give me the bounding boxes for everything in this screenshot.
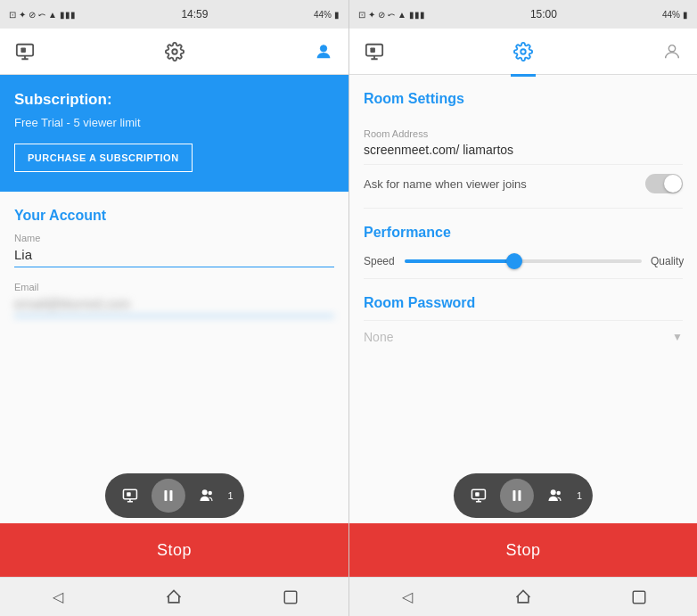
bluetooth-icon: ✦	[19, 10, 26, 20]
left-stop-button[interactable]: Stop	[0, 523, 348, 577]
left-viewers-float-btn[interactable]	[192, 481, 220, 510]
svg-point-8	[201, 489, 207, 495]
dropdown-arrow-icon: ▼	[672, 331, 683, 343]
right-signal-icon: ▮▮▮	[409, 10, 425, 20]
left-recent-button[interactable]	[273, 584, 308, 611]
left-content: Subscription: Free Trial - 5 viewer limi…	[0, 75, 348, 523]
email-field-group: Email email@blurred.com	[0, 282, 348, 331]
left-battery-icon: ▮	[334, 10, 340, 20]
right-home-button[interactable]	[505, 584, 541, 611]
email-value[interactable]: email@blurred.com	[14, 296, 334, 316]
svg-rect-21	[633, 591, 645, 604]
left-toolbar	[0, 29, 348, 75]
performance-section: Speed Quality	[349, 250, 697, 278]
room-password-section: None ▼	[349, 320, 697, 364]
left-status-bar: ⊡ ✦ ⊘ ⤺ ▲ ▮▮▮ 14:59 44% ▮	[0, 0, 348, 29]
purchase-subscription-button[interactable]: PURCHASE A SUBSCRIPTION	[14, 144, 193, 172]
right-settings-icon[interactable]	[511, 39, 536, 64]
svg-rect-1	[20, 47, 26, 53]
email-label: Email	[14, 282, 334, 292]
left-profile-icon[interactable]	[311, 39, 336, 64]
left-time: 14:59	[181, 8, 208, 21]
svg-rect-10	[284, 591, 297, 604]
right-stop-button[interactable]: Stop	[349, 523, 697, 577]
right-back-button[interactable]: ◁	[390, 584, 425, 611]
password-value: None	[364, 330, 393, 344]
svg-point-3	[320, 45, 326, 51]
right-battery-pct: 44%	[662, 10, 680, 20]
right-float-toolbar: 1	[454, 473, 593, 518]
svg-point-19	[551, 489, 556, 495]
left-battery: 44% ▮	[314, 10, 340, 20]
name-field-group: Name Lia	[0, 233, 348, 282]
left-phone-panel: ⊡ ✦ ⊘ ⤺ ▲ ▮▮▮ 14:59 44% ▮	[0, 0, 348, 616]
right-app-logo[interactable]	[362, 39, 387, 64]
right-status-bar: ⊡ ✦ ⊘ ⤺ ▲ ▮▮▮ 15:00 44% ▮	[349, 0, 697, 29]
left-screenshare-float-btn[interactable]	[115, 481, 144, 510]
subscription-subtitle: Free Trial - 5 viewer limit	[14, 116, 334, 129]
svg-rect-16	[475, 492, 480, 497]
right-nav-bar: ◁	[349, 577, 697, 616]
ask-name-label: Ask for name when viewer joins	[364, 177, 527, 191]
svg-point-9	[208, 491, 212, 496]
right-viewers-float-btn[interactable]	[541, 481, 570, 510]
right-phone-panel: ⊡ ✦ ⊘ ⤺ ▲ ▮▮▮ 15:00 44% ▮	[348, 0, 697, 616]
svg-rect-7	[169, 490, 172, 501]
svg-rect-12	[370, 47, 375, 53]
left-settings-icon[interactable]	[162, 39, 187, 64]
right-battery-icon: ▮	[683, 10, 688, 20]
quality-label: Quality	[651, 255, 683, 267]
left-app-logo[interactable]	[12, 39, 37, 64]
speed-label: Speed	[364, 255, 396, 267]
right-wifi-icon: ▲	[398, 10, 406, 20]
subscription-banner: Subscription: Free Trial - 5 viewer limi…	[0, 75, 348, 192]
right-screenshare-float-btn[interactable]	[464, 481, 493, 510]
left-home-button[interactable]	[156, 584, 192, 611]
left-nav-bar: ◁	[0, 577, 348, 616]
svg-point-2	[172, 49, 177, 54]
svg-rect-18	[518, 490, 521, 501]
room-address-value: screenmeet.com/ liamartos	[364, 143, 683, 164]
subscription-title: Subscription:	[14, 91, 334, 109]
right-pause-float-btn[interactable]	[500, 479, 534, 513]
right-time: 15:00	[530, 8, 557, 21]
svg-rect-17	[512, 490, 515, 501]
room-address-label: Room Address	[364, 128, 683, 139]
right-cast-icon: ⊡	[358, 10, 365, 20]
left-status-icons: ⊡ ✦ ⊘ ⤺ ▲ ▮▮▮	[9, 10, 76, 20]
left-back-button[interactable]: ◁	[40, 584, 76, 611]
left-pause-float-btn[interactable]	[151, 479, 184, 513]
password-dropdown-row[interactable]: None ▼	[364, 320, 683, 353]
name-value[interactable]: Lia	[14, 247, 334, 267]
right-toolbar	[349, 29, 697, 75]
speed-quality-row: Speed Quality	[364, 250, 683, 278]
left-battery-pct: 44%	[314, 10, 332, 20]
right-profile-icon[interactable]	[660, 39, 685, 64]
room-settings-section: Room Address screenmeet.com/ liamartos A…	[349, 116, 697, 208]
right-bluetooth-icon: ✦	[368, 10, 375, 20]
ask-name-row: Ask for name when viewer joins	[364, 164, 683, 202]
no-icon: ⊘	[29, 10, 36, 20]
cast-icon: ⊡	[9, 10, 16, 20]
your-account-heading: Your Account	[0, 192, 348, 233]
performance-heading: Performance	[349, 209, 697, 250]
ask-name-toggle[interactable]	[645, 174, 683, 193]
svg-point-13	[521, 49, 526, 54]
right-recent-button[interactable]	[621, 584, 657, 611]
right-content: Room Settings Room Address screenmeet.co…	[349, 75, 697, 523]
slider-thumb	[506, 253, 522, 269]
toggle-knob	[664, 175, 682, 193]
right-nfc-icon: ⤺	[388, 10, 395, 20]
svg-point-20	[556, 491, 561, 496]
svg-rect-5	[127, 492, 131, 497]
signal-icon: ▮▮▮	[60, 10, 76, 20]
performance-slider[interactable]	[405, 259, 642, 263]
room-password-heading: Room Password	[349, 279, 697, 320]
slider-fill	[405, 259, 512, 263]
right-battery: 44% ▮	[662, 10, 688, 20]
left-viewer-count: 1	[227, 490, 233, 501]
right-status-icons: ⊡ ✦ ⊘ ⤺ ▲ ▮▮▮	[358, 10, 425, 20]
wifi-icon: ▲	[48, 10, 57, 20]
right-no-icon: ⊘	[378, 10, 385, 20]
nfc-icon: ⤺	[38, 10, 45, 20]
